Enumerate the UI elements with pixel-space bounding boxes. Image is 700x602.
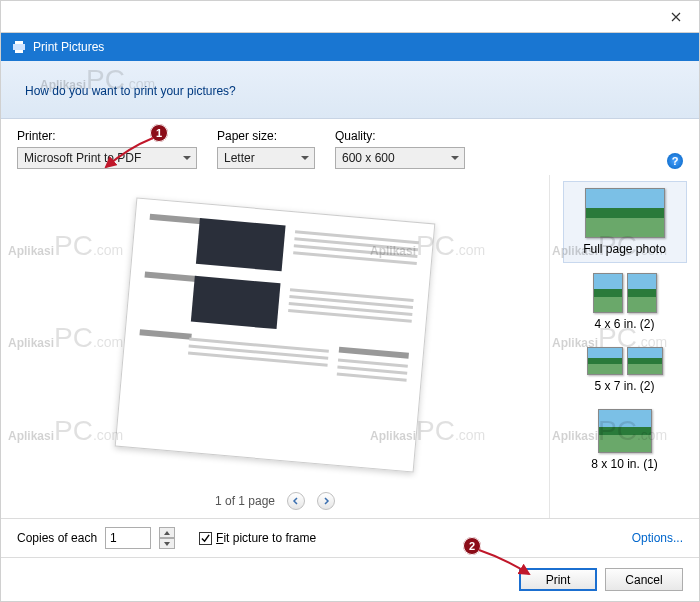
- layout-label: 8 x 10 in. (1): [567, 457, 683, 471]
- body: 1 of 1 page Full page photo 4 x 6 in. (2…: [1, 175, 699, 518]
- paper-dropdown[interactable]: Letter: [217, 147, 315, 169]
- preview-pane: 1 of 1 page: [1, 175, 549, 518]
- copies-up-button[interactable]: [159, 527, 175, 538]
- bottombar: Copies of each Fit picture to frame Opti…: [1, 518, 699, 557]
- fit-to-frame-checkbox[interactable]: Fit picture to frame: [199, 531, 316, 545]
- options-link[interactable]: Options...: [632, 531, 683, 545]
- chevron-left-icon: [292, 497, 300, 505]
- svg-rect-1: [15, 41, 23, 44]
- layout-full-page[interactable]: Full page photo: [563, 181, 687, 263]
- copies-label: Copies of each: [17, 531, 97, 545]
- copies-spinner: [159, 527, 175, 549]
- cancel-button[interactable]: Cancel: [605, 568, 683, 591]
- chevron-down-icon: [164, 542, 170, 546]
- header: Print Pictures: [1, 33, 699, 61]
- layout-label: 5 x 7 in. (2): [567, 379, 683, 393]
- chevron-right-icon: [322, 497, 330, 505]
- footer: Print Cancel: [1, 557, 699, 601]
- close-button[interactable]: [653, 1, 699, 33]
- fit-label-rest: it picture to frame: [223, 531, 316, 545]
- svg-rect-2: [15, 50, 23, 53]
- printer-icon: [11, 39, 27, 55]
- banner-heading: How do you want to print your pictures?: [25, 84, 236, 98]
- pager: 1 of 1 page: [215, 484, 335, 514]
- quality-label: Quality:: [335, 129, 465, 143]
- layout-sidebar[interactable]: Full page photo 4 x 6 in. (2) 5 x 7 in. …: [549, 175, 699, 518]
- paper-label: Paper size:: [217, 129, 315, 143]
- print-pictures-dialog: Print Pictures How do you want to print …: [0, 0, 700, 602]
- paper-field: Paper size: Letter: [217, 129, 315, 169]
- preview-canvas: [11, 185, 539, 484]
- chevron-up-icon: [164, 531, 170, 535]
- copies-down-button[interactable]: [159, 538, 175, 549]
- pager-next-button[interactable]: [317, 492, 335, 510]
- preview-page: [115, 197, 436, 472]
- layout-4x6[interactable]: 4 x 6 in. (2): [563, 267, 687, 337]
- close-icon: [671, 12, 681, 22]
- pager-prev-button[interactable]: [287, 492, 305, 510]
- print-button[interactable]: Print: [519, 568, 597, 591]
- layout-8x10[interactable]: 8 x 10 in. (1): [563, 403, 687, 477]
- help-icon[interactable]: ?: [667, 153, 683, 169]
- pager-text: 1 of 1 page: [215, 494, 275, 508]
- svg-rect-0: [13, 44, 25, 50]
- toolbar: Printer: Microsoft Print to PDF Paper si…: [1, 119, 699, 175]
- titlebar: [1, 1, 699, 33]
- copies-input[interactable]: [105, 527, 151, 549]
- layout-5x7[interactable]: 5 x 7 in. (2): [563, 341, 687, 399]
- header-title: Print Pictures: [33, 40, 104, 54]
- printer-label: Printer:: [17, 129, 197, 143]
- checkbox-icon: [199, 532, 212, 545]
- layout-label: 4 x 6 in. (2): [567, 317, 683, 331]
- quality-field: Quality: 600 x 600: [335, 129, 465, 169]
- banner: How do you want to print your pictures?: [1, 61, 699, 119]
- quality-dropdown[interactable]: 600 x 600: [335, 147, 465, 169]
- printer-dropdown[interactable]: Microsoft Print to PDF: [17, 147, 197, 169]
- copies-group: Copies of each: [17, 527, 175, 549]
- layout-label: Full page photo: [568, 242, 682, 256]
- printer-field: Printer: Microsoft Print to PDF: [17, 129, 197, 169]
